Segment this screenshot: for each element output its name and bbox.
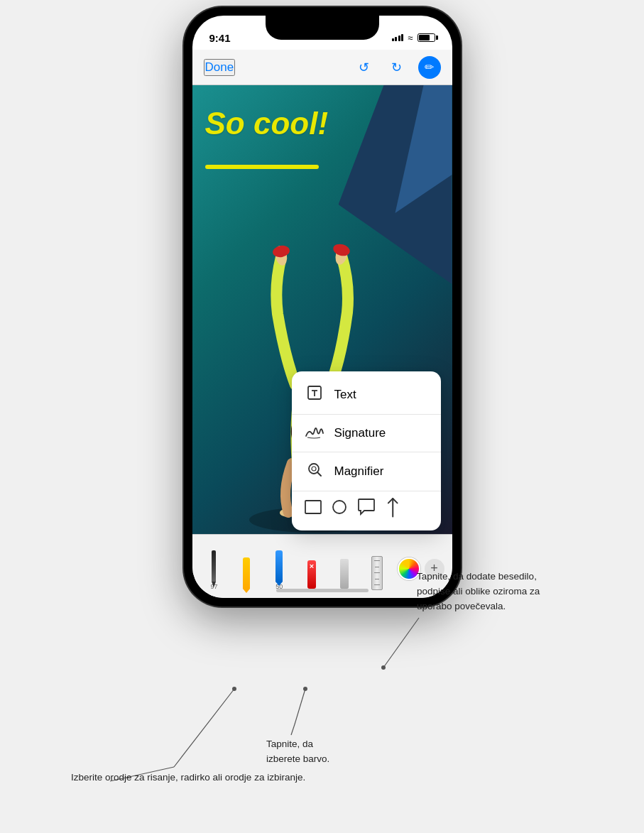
- svg-point-19: [232, 687, 236, 691]
- circle-shape-icon[interactable]: [332, 499, 347, 518]
- undo-button[interactable]: ↺: [353, 56, 376, 79]
- popup-shapes-row: [292, 491, 441, 526]
- status-time: 9:41: [209, 32, 231, 44]
- svg-point-7: [332, 242, 351, 258]
- svg-point-24: [381, 665, 386, 670]
- markup-icon: ✏: [425, 60, 434, 74]
- svg-line-21: [291, 724, 295, 735]
- popup-text-label: Text: [334, 388, 356, 402]
- popup-text-item[interactable]: Text: [292, 376, 441, 415]
- photo-overlay-text: So cool!: [205, 107, 329, 141]
- top-toolbar: Done ↺ ↻ ✏: [192, 50, 452, 85]
- status-icons: ≈: [392, 33, 435, 43]
- popup-magnifier-label: Magnifier: [334, 464, 384, 479]
- signal-bars-icon: [392, 34, 404, 41]
- eraser-tool[interactable]: ×: [297, 543, 327, 590]
- svg-line-23: [383, 618, 419, 668]
- svg-line-17: [174, 689, 234, 767]
- svg-point-22: [303, 687, 307, 691]
- redo-icon: ↻: [391, 60, 402, 75]
- popup-magnifier-item[interactable]: Magnifier: [292, 452, 441, 491]
- done-button[interactable]: Done: [204, 59, 236, 76]
- svg-rect-14: [305, 501, 321, 513]
- lasso-tool[interactable]: [329, 543, 359, 590]
- text-icon: [305, 384, 324, 405]
- rectangle-shape-icon[interactable]: [305, 500, 322, 518]
- undo-icon: ↺: [359, 60, 369, 75]
- redo-button[interactable]: ↻: [386, 56, 408, 79]
- svg-point-6: [271, 244, 290, 258]
- phone-screen: 9:41 ≈ Done ↺: [192, 16, 452, 598]
- home-indicator: [276, 589, 369, 592]
- blue-marker-tool[interactable]: 50: [264, 543, 294, 590]
- magnifier-icon: [305, 461, 324, 482]
- toolbar-actions: ↺ ↻ ✏: [353, 56, 441, 79]
- wifi-icon: ≈: [408, 33, 413, 43]
- battery-icon: [417, 33, 435, 42]
- callout-color-text: Tapnite, daizberete barvo.: [266, 737, 329, 767]
- photo-underline: [205, 165, 319, 169]
- yellow-marker-tool[interactable]: [231, 543, 261, 590]
- svg-line-13: [317, 472, 321, 476]
- svg-line-16: [383, 499, 401, 516]
- arrow-shape-icon[interactable]: [381, 496, 407, 522]
- popup-signature-label: Signature: [334, 426, 386, 440]
- phone-frame: 9:41 ≈ Done ↺: [184, 7, 461, 606]
- svg-point-12: [312, 467, 316, 471]
- signature-icon: [305, 423, 324, 443]
- notch: [266, 16, 379, 40]
- svg-line-20: [295, 689, 305, 724]
- pen-tool[interactable]: 97: [200, 543, 229, 590]
- speech-bubble-shape-icon[interactable]: [357, 499, 376, 519]
- ruler-tool[interactable]: [362, 543, 392, 590]
- callout-tools-text: Izberite orodje za risanje, radirko ali …: [71, 771, 305, 785]
- popup-signature-item[interactable]: Signature: [292, 415, 441, 452]
- popup-menu: Text Signature: [292, 371, 441, 530]
- markup-button[interactable]: ✏: [418, 56, 441, 79]
- svg-point-15: [333, 501, 346, 513]
- callout-add-text: Tapnite, da dodate besedilo,podpise ali …: [417, 570, 540, 614]
